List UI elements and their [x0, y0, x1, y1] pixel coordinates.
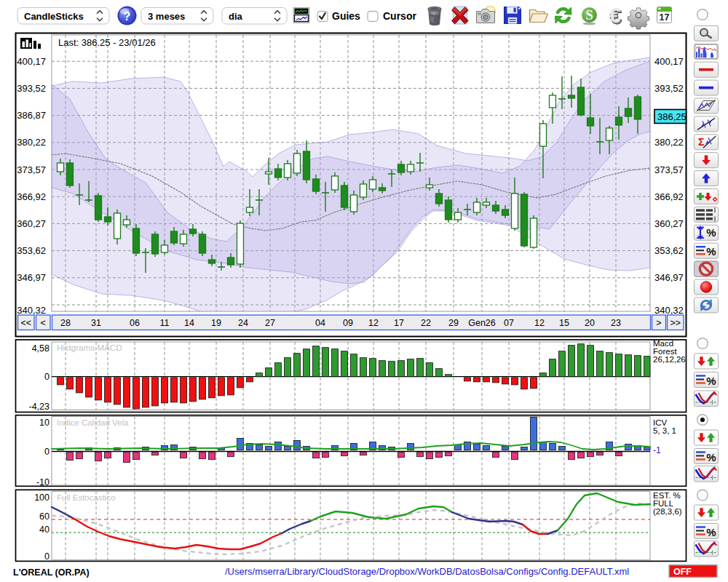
svg-text:<: < — [41, 318, 46, 328]
svg-text:>>: >> — [670, 318, 681, 328]
svg-text:4,58: 4,58 — [32, 343, 50, 354]
svg-text:-1: -1 — [653, 445, 661, 455]
svg-text:>: > — [656, 318, 661, 328]
svg-text:23: 23 — [611, 318, 621, 328]
svg-text:12: 12 — [368, 318, 379, 328]
svg-text:19: 19 — [211, 318, 221, 328]
svg-text:S: S — [585, 7, 593, 23]
svg-text:15: 15 — [559, 318, 569, 328]
svg-text:06: 06 — [130, 318, 140, 328]
svg-text:22: 22 — [421, 318, 431, 328]
svg-text:28: 28 — [60, 318, 71, 328]
svg-text:09: 09 — [343, 318, 353, 328]
svg-text:-4,23: -4,23 — [29, 402, 50, 412]
svg-text:12: 12 — [534, 318, 545, 328]
svg-text:Guies: Guies — [332, 10, 360, 22]
svg-text:353,62: 353,62 — [17, 245, 46, 256]
svg-text:353,62: 353,62 — [654, 245, 684, 256]
svg-text:Histgrama MACD: Histgrama MACD — [57, 343, 122, 352]
svg-text:14: 14 — [184, 318, 194, 328]
svg-text:400,17: 400,17 — [654, 56, 684, 67]
svg-text:3 meses: 3 meses — [148, 11, 185, 22]
svg-text:dia: dia — [229, 11, 243, 22]
svg-text:OFF: OFF — [673, 567, 692, 577]
svg-text:<<: << — [20, 318, 31, 328]
svg-text:29: 29 — [448, 318, 459, 328]
svg-text:346,97: 346,97 — [654, 272, 684, 283]
svg-text:360,27: 360,27 — [17, 218, 46, 229]
svg-text:-10: -10 — [36, 477, 50, 487]
svg-text:10: 10 — [39, 418, 50, 428]
svg-text:?: ? — [124, 10, 131, 23]
svg-text:Last: 386.25 - 23/01/26: Last: 386.25 - 23/01/26 — [58, 37, 156, 48]
svg-text:11: 11 — [160, 318, 170, 328]
svg-text:/Users/mserra/Library/CloudSto: /Users/mserra/Library/CloudStorage/Dropb… — [225, 566, 629, 577]
svg-text:%: % — [706, 451, 716, 463]
svg-text:(28,3,6): (28,3,6) — [653, 507, 682, 516]
svg-text:%: % — [706, 245, 716, 258]
svg-text:40: 40 — [39, 525, 50, 535]
svg-text:373,57: 373,57 — [654, 164, 684, 175]
svg-text:0: 0 — [44, 551, 50, 562]
svg-text:60: 60 — [39, 511, 50, 522]
svg-text:26,12,26: 26,12,26 — [653, 355, 686, 364]
svg-text:366,92: 366,92 — [17, 191, 46, 202]
svg-text:100: 100 — [34, 493, 50, 503]
svg-text:04: 04 — [315, 318, 325, 328]
svg-text:L'OREAL (OR.PA): L'OREAL (OR.PA) — [13, 567, 90, 578]
svg-text:Gen26: Gen26 — [468, 318, 496, 328]
svg-text:5, 3, 1: 5, 3, 1 — [653, 426, 676, 435]
svg-text:393,52: 393,52 — [17, 83, 46, 94]
svg-text:Cursor: Cursor — [383, 10, 416, 22]
svg-text:0: 0 — [44, 447, 50, 457]
svg-text:340,32: 340,32 — [17, 305, 46, 316]
svg-text:Indice Calidad Vela: Indice Calidad Vela — [57, 418, 129, 427]
svg-text:373,57: 373,57 — [17, 164, 46, 175]
svg-text:393,52: 393,52 — [654, 83, 684, 94]
svg-text:386,87: 386,87 — [17, 110, 46, 121]
svg-text:17: 17 — [394, 318, 404, 328]
svg-text:Σ: Σ — [698, 136, 704, 148]
svg-text:07: 07 — [504, 318, 514, 328]
svg-text:386,25: 386,25 — [657, 111, 687, 122]
svg-text:31: 31 — [91, 318, 101, 328]
svg-text:360,27: 360,27 — [654, 218, 684, 229]
svg-text:20: 20 — [585, 318, 595, 328]
svg-text:%: % — [706, 375, 716, 387]
svg-text:380,22: 380,22 — [654, 137, 684, 148]
svg-text:%: % — [706, 226, 716, 239]
svg-text:CandleSticks: CandleSticks — [24, 11, 84, 22]
svg-text:366,92: 366,92 — [654, 191, 684, 202]
svg-text:%: % — [706, 526, 716, 538]
svg-text:24: 24 — [238, 318, 248, 328]
svg-text:€: € — [609, 4, 621, 27]
svg-text:Full Estocastico: Full Estocastico — [57, 493, 116, 502]
svg-text:27: 27 — [265, 318, 275, 328]
svg-text:340,32: 340,32 — [654, 305, 684, 316]
svg-text:0: 0 — [44, 372, 50, 382]
svg-text:380,22: 380,22 — [17, 137, 46, 148]
svg-text:17: 17 — [660, 12, 670, 23]
svg-text:400,17: 400,17 — [17, 56, 46, 67]
svg-text:346,97: 346,97 — [17, 272, 46, 283]
